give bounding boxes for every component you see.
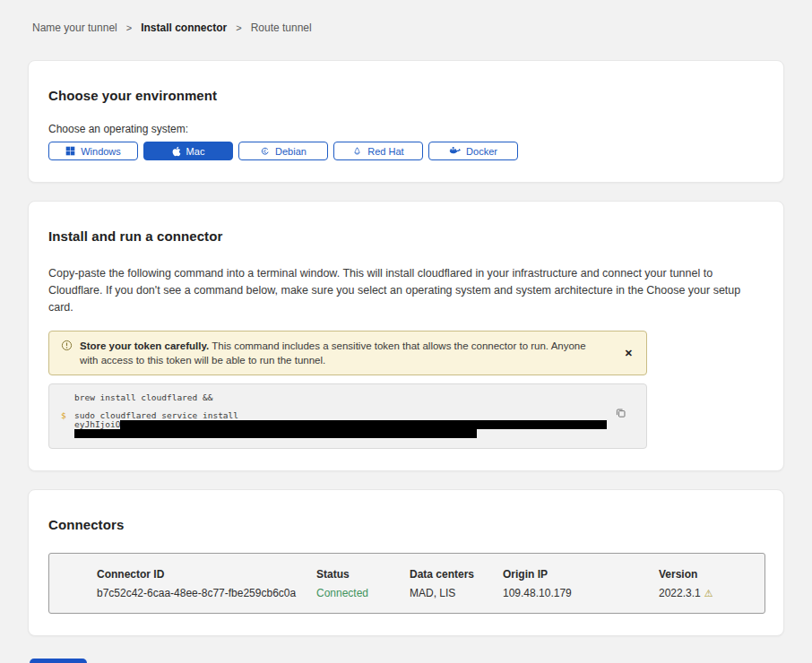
- install-connector-card: Install and run a connector Copy-paste t…: [28, 201, 784, 471]
- token-warning-banner: Store your token carefully. This command…: [48, 331, 647, 375]
- breadcrumb: Name your tunnel > Install connector > R…: [0, 0, 812, 34]
- install-connector-title: Install and run a connector: [48, 228, 764, 244]
- token-warning-title: Store your token carefully.: [80, 340, 209, 351]
- breadcrumb-name-your-tunnel[interactable]: Name your tunnel: [32, 22, 117, 34]
- windows-icon: [65, 146, 75, 156]
- token-redaction-bar: [120, 420, 607, 429]
- choose-environment-title: Choose your environment: [48, 88, 764, 103]
- code-line-brew: brew install cloudflared &&: [74, 393, 646, 402]
- os-button-label: Mac: [186, 146, 205, 157]
- os-select-label: Choose an operating system:: [48, 123, 764, 135]
- col-version: Version: [659, 568, 747, 581]
- apple-icon: [172, 146, 181, 157]
- version-number: 2022.3.1: [659, 587, 701, 599]
- token-warning-text: Store your token carefully. This command…: [80, 339, 607, 367]
- debian-icon: [260, 146, 270, 156]
- alert-circle-icon: [61, 340, 73, 355]
- col-origin-ip: Origin IP: [503, 568, 659, 581]
- os-button-label: Debian: [275, 146, 307, 157]
- col-data-centers: Data centers: [410, 568, 503, 581]
- shell-prompt: $: [61, 411, 66, 420]
- status-badge: Connected: [316, 587, 410, 599]
- os-button-debian[interactable]: Debian: [238, 142, 328, 160]
- token-prefix: eyJhIjoiO: [74, 419, 120, 429]
- os-button-mac[interactable]: Mac: [143, 142, 233, 160]
- connector-id-value: b7c52c42-6caa-48ee-8c77-fbe259cb6c0a: [97, 587, 316, 599]
- code-line-token-2: [74, 429, 646, 438]
- os-button-redhat[interactable]: Red Hat: [333, 142, 423, 160]
- table-row: b7c52c42-6caa-48ee-8c77-fbe259cb6c0a Con…: [97, 587, 747, 599]
- version-value: 2022.3.1 ⚠: [659, 587, 747, 599]
- close-icon[interactable]: ✕: [623, 347, 635, 360]
- copy-icon[interactable]: [615, 408, 626, 419]
- breadcrumb-install-connector[interactable]: Install connector: [141, 22, 227, 34]
- docker-icon: [449, 146, 461, 156]
- connectors-table: Connector ID Status Data centers Origin …: [48, 553, 765, 614]
- code-line-token: eyJhIjoiO: [74, 420, 646, 429]
- os-button-label: Windows: [81, 146, 121, 157]
- data-centers-value: MAD, LIS: [410, 587, 503, 599]
- version-warning-icon[interactable]: ⚠: [704, 589, 713, 598]
- col-connector-id: Connector ID: [97, 568, 316, 581]
- connectors-title: Connectors: [48, 517, 764, 532]
- os-button-windows[interactable]: Windows: [48, 142, 138, 160]
- install-command-code-block: $ brew install cloudflared && sudo cloud…: [48, 383, 647, 449]
- os-button-row: Windows Mac Debian Red Hat Docker: [48, 142, 764, 160]
- os-button-label: Docker: [466, 146, 497, 157]
- next-button[interactable]: Next: [30, 659, 87, 663]
- col-status: Status: [316, 568, 410, 581]
- connectors-card: Connectors Connector ID Status Data cent…: [28, 489, 784, 636]
- breadcrumb-separator: >: [236, 22, 241, 33]
- connectors-table-header: Connector ID Status Data centers Origin …: [97, 568, 747, 581]
- token-redaction-bar: [74, 429, 477, 438]
- code-line-service-install: sudo cloudflared service install: [74, 411, 646, 420]
- origin-ip-value: 109.48.10.179: [503, 587, 659, 599]
- os-button-docker[interactable]: Docker: [428, 142, 518, 160]
- redhat-icon: [352, 146, 362, 157]
- choose-environment-card: Choose your environment Choose an operat…: [28, 60, 784, 183]
- breadcrumb-separator: >: [126, 22, 132, 33]
- breadcrumb-route-tunnel[interactable]: Route tunnel: [251, 22, 312, 34]
- os-button-label: Red Hat: [367, 146, 403, 157]
- install-description: Copy-paste the following command into a …: [48, 265, 762, 316]
